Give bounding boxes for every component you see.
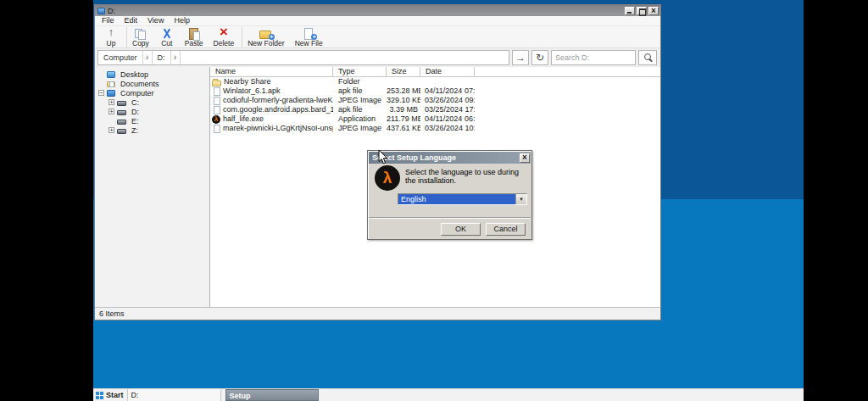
file-name: half_life.exe [223,114,264,124]
file-size: 211.79 MB [387,114,420,124]
column-header-size[interactable]: Size [387,67,420,76]
file-size: 3.39 MB [387,105,420,114]
file-type: apk file [333,105,387,114]
menu-item[interactable]: Help [169,16,195,25]
tree-item-icon [107,71,115,78]
tree-expander-icon[interactable]: + [108,109,114,114]
tree-item[interactable]: E: [95,116,209,125]
file-row[interactable]: codioful-formerly-gradienta-lweK7W... JP… [210,96,660,105]
menu-bar: FileEditViewHelp [95,16,660,26]
window-titlebar[interactable]: D: [95,5,660,16]
tree-item-icon [107,81,115,87]
dialog-titlebar[interactable]: Select Setup Language [369,152,531,164]
menu-item[interactable]: File [97,16,120,25]
tree-expander-icon[interactable]: − [98,90,104,96]
taskbar-item-d-drive[interactable]: D: [128,389,221,401]
tree-item[interactable]: + Z: [95,125,209,135]
file-row[interactable]: Nearby Share Folder [210,77,660,86]
chevron-right-icon[interactable] [143,51,153,64]
start-button[interactable]: Start [93,389,128,401]
close-button[interactable] [648,7,659,15]
chevron-right-icon[interactable] [171,51,181,64]
file-date: 03/25/2024 17:04 [420,105,475,114]
tree-item[interactable]: Documents [95,79,209,88]
maximize-button[interactable] [637,7,647,15]
toolbar-label: Paste [185,40,203,47]
file-icon [212,115,220,124]
file-name-cell: Nearby Share [210,77,333,86]
file-row[interactable]: com.google.android.apps.bard_1.0.6... ap… [210,105,660,114]
toolbar-icon [259,28,274,39]
tree-item[interactable]: + D: [95,107,209,116]
toolbar-button[interactable]: Copy [126,27,154,47]
toolbar-label: New File [295,40,323,47]
breadcrumb: Computer D: [97,50,509,65]
cancel-button[interactable]: Cancel [486,223,526,236]
tree-item-label: Z: [131,126,138,135]
column-header-date[interactable]: Date [420,67,475,76]
ok-button[interactable]: OK [441,223,481,236]
taskbar-item-setup[interactable]: Setup [225,389,319,401]
file-type: JPEG Image [333,96,387,105]
file-name-cell: marek-piwnicki-LGgKrtjNsoI-unsplas... [210,124,333,133]
file-icon [214,97,220,105]
search-input[interactable] [551,50,636,65]
refresh-button[interactable]: ↻ [531,50,548,65]
file-name-cell: half_life.exe [210,114,333,124]
tree-expander-icon[interactable]: + [108,99,114,105]
file-name-cell: com.google.android.apps.bard_1.0.6... [210,105,333,114]
breadcrumb-current[interactable]: D: [153,51,171,64]
toolbar-button[interactable]: New Folder [242,27,289,47]
tree-item[interactable]: + C: [95,97,209,107]
menu-item[interactable]: View [142,16,169,25]
tree-item[interactable]: Desktop [95,70,209,79]
file-row[interactable]: marek-piwnicki-LGgKrtjNsoI-unsplas... JP… [210,124,660,133]
file-date: 04/11/2024 07:30 [420,86,475,96]
tree-item-label: Computer [120,89,154,97]
toolbar-label: Cut [161,40,172,47]
tree-item-icon [117,129,126,134]
toolbar-icon [186,28,202,39]
start-label: Start [106,391,124,399]
search-icon[interactable] [638,50,657,65]
dialog-close-button[interactable] [520,153,530,163]
minimize-button[interactable] [625,7,635,15]
language-dropdown[interactable]: English [398,193,527,205]
windows-logo-icon [96,392,99,395]
toolbar-button[interactable]: New File [290,27,328,47]
go-arrow-button[interactable]: → [512,50,529,65]
file-name: codioful-formerly-gradienta-lweK7W... [223,96,333,105]
file-name-cell: codioful-formerly-gradienta-lweK7W... [210,96,333,105]
file-size: 437.61 KB [387,124,420,133]
desktop: D: FileEditViewHelp Up Copy [93,0,804,401]
tree-item-label: Documents [120,80,159,88]
status-bar: 6 Items [95,307,660,320]
phone-screen: D: FileEditViewHelp Up Copy [0,0,868,401]
column-header-type[interactable]: Type [333,67,387,76]
menu-item[interactable]: Edit [120,16,143,25]
dropdown-arrow-icon[interactable] [515,194,526,204]
toolbar-button[interactable]: Paste [180,27,209,47]
taskbar: Start D: Setup [93,388,804,401]
tree-item[interactable]: − Computer [95,88,209,97]
file-icon [214,125,220,133]
file-size: 329.10 KB [387,96,420,105]
toolbar-button[interactable]: Up [98,27,124,47]
file-row[interactable]: Winlator_6.1.apk apk file 253.28 MB 04/1… [210,86,660,96]
tree-expander-icon[interactable]: + [108,127,114,133]
drive-icon [97,8,105,14]
file-icon [214,87,220,96]
file-name-cell: Winlator_6.1.apk [210,86,333,96]
dialog-message: Select the language to use during the in… [405,168,530,185]
file-type: JPEG Image [333,124,387,133]
file-row[interactable]: half_life.exe Application 211.79 MB 04/1… [210,114,660,124]
dialog-separator [369,217,531,219]
tree-item-icon [117,120,126,125]
breadcrumb-computer[interactable]: Computer [98,51,143,64]
toolbar-button[interactable]: Cut [154,27,180,47]
mouse-cursor [378,149,389,165]
file-size: 253.28 MB [387,86,420,96]
tree-item-icon [117,110,126,115]
column-header-name[interactable]: Name [210,67,333,76]
toolbar-button[interactable]: Delete [209,27,240,47]
